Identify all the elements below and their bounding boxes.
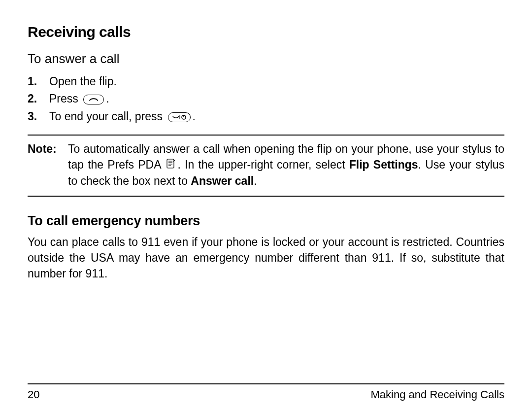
- prefs-pda-icon: [166, 158, 176, 173]
- page-number: 20: [28, 388, 39, 401]
- svg-rect-3: [167, 159, 174, 168]
- section-title: Making and Receiving Calls: [371, 388, 504, 401]
- subheading-to-answer: To answer a call: [28, 51, 504, 67]
- note-bold-answer-call: Answer call: [191, 174, 254, 187]
- step-text-pre: Press: [49, 92, 81, 105]
- page-footer: 20 Making and Receiving Calls: [28, 383, 504, 411]
- note-block: Note: To automatically answer a call whe…: [28, 135, 504, 197]
- heading-emergency: To call emergency numbers: [28, 213, 504, 229]
- step-1: 1. Open the flip.: [28, 73, 504, 90]
- emergency-body: You can place calls to 911 even if your …: [28, 235, 504, 281]
- note-seg4: .: [254, 174, 257, 187]
- step-text-post: .: [193, 110, 196, 123]
- step-text: Open the flip.: [49, 73, 117, 90]
- step-number: 1.: [28, 73, 49, 90]
- step-3: 3. To end your call, press .: [28, 108, 504, 125]
- steps-list: 1. Open the flip. 2. Press . 3. To end y…: [28, 73, 504, 126]
- step-text-pre: To end your call, press: [49, 110, 166, 123]
- step-number: 2.: [28, 91, 49, 107]
- step-number: 3.: [28, 108, 49, 125]
- step-text-post: .: [106, 92, 109, 105]
- step-2: 2. Press .: [28, 91, 504, 107]
- call-key-icon: [83, 95, 104, 104]
- end-power-key-icon: [168, 112, 191, 122]
- note-bold-flip-settings: Flip Settings: [349, 158, 418, 171]
- heading-receiving-calls: Receiving calls: [28, 24, 504, 40]
- note-label: Note:: [28, 141, 68, 189]
- note-seg2: . In the upper-right corner, select: [177, 158, 349, 171]
- note-body: To automatically answer a call when open…: [68, 141, 504, 189]
